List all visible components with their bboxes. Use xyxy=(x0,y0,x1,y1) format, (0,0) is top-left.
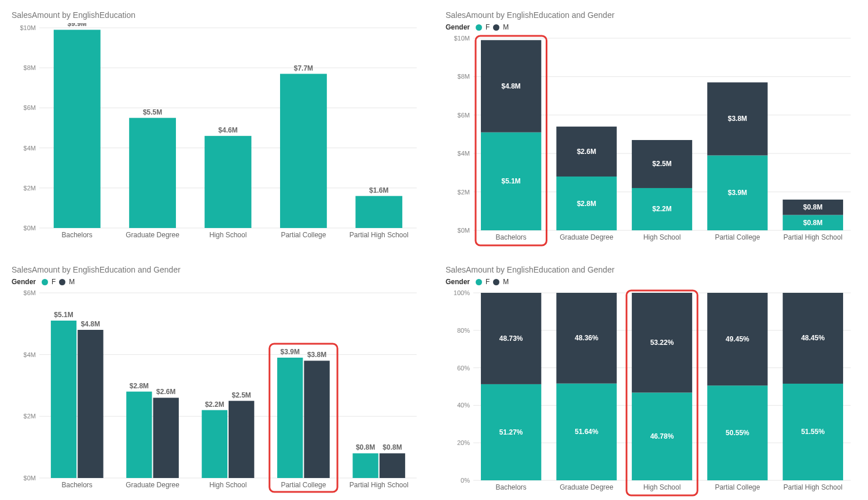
svg-text:$0.8M: $0.8M xyxy=(382,443,402,451)
svg-text:51.27%: 51.27% xyxy=(499,428,523,436)
svg-text:Graduate Degree: Graduate Degree xyxy=(560,233,613,241)
bar[interactable] xyxy=(229,401,254,478)
svg-text:60%: 60% xyxy=(457,365,470,372)
svg-text:Partial College: Partial College xyxy=(281,231,326,239)
svg-text:40%: 40% xyxy=(457,402,470,409)
svg-text:$2.2M: $2.2M xyxy=(652,205,671,213)
chart-plot[interactable]: $0M$2M$4M$6M$8M$10M$5.1M$4.8MBachelors$2… xyxy=(446,34,856,249)
svg-text:20%: 20% xyxy=(457,439,470,446)
svg-text:$0.8M: $0.8M xyxy=(356,443,375,451)
svg-text:$0M: $0M xyxy=(458,227,470,234)
svg-text:48.36%: 48.36% xyxy=(575,334,598,342)
svg-text:Partial College: Partial College xyxy=(281,481,326,489)
svg-text:$6M: $6M xyxy=(458,112,470,119)
svg-text:49.45%: 49.45% xyxy=(726,335,749,343)
svg-text:$3.8M: $3.8M xyxy=(728,115,747,123)
svg-text:High School: High School xyxy=(209,481,247,489)
svg-text:$2.5M: $2.5M xyxy=(231,391,251,399)
chart-panel-3: SalesAmount by EnglishEducation and Gend… xyxy=(0,255,434,500)
svg-text:80%: 80% xyxy=(457,327,470,334)
svg-text:High School: High School xyxy=(643,233,681,241)
chart-title: SalesAmount by EnglishEducation and Gend… xyxy=(12,265,422,274)
bar[interactable] xyxy=(129,118,176,228)
svg-text:100%: 100% xyxy=(454,289,470,296)
svg-text:Bachelors: Bachelors xyxy=(496,483,527,491)
svg-text:$2M: $2M xyxy=(458,189,470,196)
svg-text:$2.8M: $2.8M xyxy=(130,382,149,390)
svg-text:$5.1M: $5.1M xyxy=(54,311,73,319)
bar[interactable] xyxy=(304,361,329,478)
svg-text:51.55%: 51.55% xyxy=(801,428,825,436)
chart-title: SalesAmount by EnglishEducation and Gend… xyxy=(446,10,856,20)
bar[interactable] xyxy=(380,453,405,478)
svg-text:Partial High School: Partial High School xyxy=(784,483,843,491)
svg-text:$7.7M: $7.7M xyxy=(294,64,313,72)
chart-plot[interactable]: $0M$2M$4M$6M$8M$10M$9.9MBachelors$5.5MGr… xyxy=(12,23,422,249)
legend-title: Gender xyxy=(12,278,36,286)
svg-text:$4.6M: $4.6M xyxy=(218,126,237,134)
bar[interactable] xyxy=(352,453,378,478)
svg-text:$2.6M: $2.6M xyxy=(156,388,175,396)
legend-label: F xyxy=(486,278,490,286)
svg-text:$8M: $8M xyxy=(24,64,36,71)
svg-text:$0M: $0M xyxy=(24,225,36,231)
bar[interactable] xyxy=(78,330,103,478)
bar[interactable] xyxy=(355,196,402,228)
svg-text:48.73%: 48.73% xyxy=(499,334,523,343)
svg-text:$10M: $10M xyxy=(20,24,36,31)
bar[interactable] xyxy=(126,392,152,478)
svg-text:$3.8M: $3.8M xyxy=(307,351,326,359)
bar[interactable] xyxy=(202,410,227,478)
svg-text:Partial High School: Partial High School xyxy=(350,481,409,489)
bar[interactable] xyxy=(153,398,179,478)
chart-legend: GenderFM xyxy=(446,278,856,286)
bar[interactable] xyxy=(54,30,101,228)
svg-text:48.45%: 48.45% xyxy=(801,334,825,342)
chart-plot[interactable]: 0%20%40%60%80%100%51.27%48.73%Bachelors5… xyxy=(446,288,856,499)
legend-label: M xyxy=(503,23,509,31)
legend-swatch xyxy=(59,279,65,285)
bar[interactable] xyxy=(280,74,327,228)
svg-text:$4M: $4M xyxy=(24,351,36,358)
svg-text:$8M: $8M xyxy=(458,73,470,80)
svg-text:$0.8M: $0.8M xyxy=(803,203,822,211)
svg-text:$2.6M: $2.6M xyxy=(577,148,596,156)
svg-text:Bachelors: Bachelors xyxy=(496,233,527,241)
svg-text:51.64%: 51.64% xyxy=(575,428,598,436)
svg-text:Partial College: Partial College xyxy=(715,483,760,491)
legend-swatch xyxy=(476,24,482,31)
svg-text:$5.1M: $5.1M xyxy=(502,177,521,185)
svg-text:50.55%: 50.55% xyxy=(726,429,749,437)
chart-plot[interactable]: $0M$2M$4M$6M$5.1M$4.8MBachelors$2.8M$2.6… xyxy=(12,288,422,499)
chart-panel-1: SalesAmount by EnglishEducation $0M$2M$4… xyxy=(0,0,434,255)
svg-text:$0M: $0M xyxy=(24,475,36,481)
legend-label: F xyxy=(52,278,56,286)
chart-title: SalesAmount by EnglishEducation and Gend… xyxy=(446,265,856,274)
bar[interactable] xyxy=(205,136,252,228)
chart-panel-4: SalesAmount by EnglishEducation and Gend… xyxy=(434,255,868,500)
svg-text:$5.5M: $5.5M xyxy=(143,108,162,116)
svg-text:$0.8M: $0.8M xyxy=(803,219,822,227)
svg-text:Bachelors: Bachelors xyxy=(62,231,93,239)
legend-label: F xyxy=(486,23,490,31)
legend-title: Gender xyxy=(446,23,470,31)
svg-text:$2.8M: $2.8M xyxy=(577,200,596,208)
svg-text:$2M: $2M xyxy=(24,185,36,192)
svg-text:High School: High School xyxy=(209,231,247,239)
svg-text:$10M: $10M xyxy=(454,35,470,42)
svg-text:$4M: $4M xyxy=(458,150,470,157)
svg-text:Graduate Degree: Graduate Degree xyxy=(126,231,179,239)
bar[interactable] xyxy=(51,321,76,478)
chart-title: SalesAmount by EnglishEducation xyxy=(12,10,422,20)
svg-text:$4M: $4M xyxy=(24,145,36,152)
svg-text:Bachelors: Bachelors xyxy=(62,481,93,489)
legend-label: M xyxy=(69,278,75,286)
svg-text:$6M: $6M xyxy=(24,289,36,296)
svg-text:Partial College: Partial College xyxy=(715,233,760,241)
svg-text:53.22%: 53.22% xyxy=(650,339,674,347)
legend-swatch xyxy=(493,279,499,285)
svg-text:$9.9M: $9.9M xyxy=(68,23,87,28)
legend-swatch xyxy=(42,279,48,285)
bar[interactable] xyxy=(277,358,303,478)
svg-text:$2M: $2M xyxy=(24,413,36,420)
